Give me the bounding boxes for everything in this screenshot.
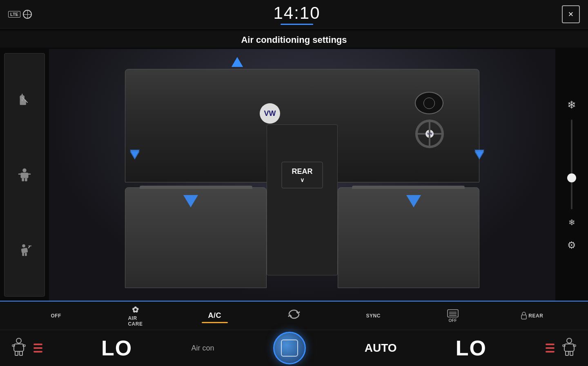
center-ac-button[interactable] [273,332,306,364]
left-seat-heat-icon[interactable] [8,337,29,359]
steering-wheel-badge: VW [425,130,434,138]
fan-speed-knob[interactable] [567,173,576,182]
mode-ac-button[interactable]: A/C [198,310,231,322]
svg-rect-30 [564,344,574,351]
mode-off-label: OFF [51,313,61,319]
aircon-label: Air con [191,344,214,353]
svg-rect-13 [21,248,28,253]
svg-rect-8 [22,178,24,181]
svg-rect-26 [20,351,22,355]
svg-rect-22 [521,315,526,319]
auto-label: AUTO [365,342,397,355]
bottom-row: LO Air con AUTO LO [0,330,588,366]
heat-off-label: OFF [449,318,457,323]
fan-high-icon: ❄ [567,99,576,111]
mode-off-button[interactable]: OFF [40,311,72,320]
svg-point-23 [16,338,21,343]
main-content: VW VW [0,49,588,301]
controls-bar: OFF ✿ AIRCARE A/C SYNC [0,301,588,366]
svg-rect-31 [566,351,568,355]
top-bar: LTE 14:10 × [0,0,588,29]
recirculate-icon [287,308,301,323]
seat-icon-child[interactable] [14,165,35,185]
right-temp[interactable]: LO [456,336,487,360]
rear-chevron: ∨ [292,176,312,183]
center-ac-inner [281,339,298,357]
center-console [267,124,338,275]
lte-indicator: LTE [8,10,32,19]
fan-speed-track [571,120,572,209]
mode-sync-label: SYNC [366,313,381,319]
svg-rect-25 [15,351,18,355]
svg-rect-32 [570,351,573,355]
left-temp[interactable]: LO [101,336,132,360]
mode-rear-label: REAR [528,313,543,319]
lte-label: LTE [8,11,20,18]
svg-rect-7 [21,173,29,178]
rear-button[interactable]: REAR ∨ [281,162,323,188]
svg-rect-9 [25,178,27,181]
instrument-cluster [415,92,443,114]
mode-sync-button[interactable]: SYNC [357,311,390,320]
close-button[interactable]: × [562,5,580,23]
svg-rect-18 [448,310,458,317]
rear-button-label: REAR [292,167,312,175]
car-interior: VW VW [49,49,555,301]
svg-rect-24 [14,344,24,351]
steering-wheel: VW [415,120,444,148]
svg-line-16 [29,246,30,248]
aircare-icon: ✿ [132,305,139,315]
globe-icon [23,10,32,19]
svg-rect-15 [25,253,27,256]
settings-icon[interactable]: ⚙ [567,240,576,251]
left-heat-bars [33,344,42,353]
mode-rear-lock-button[interactable]: REAR [516,310,548,322]
time-display: 14:10 [273,3,320,23]
seat-icon-belt[interactable] [14,89,35,110]
svg-rect-11 [28,173,31,175]
left-panel [4,53,45,297]
mode-aircare-button[interactable]: ✿ AIRCARE [119,303,151,328]
time-underline [281,24,313,25]
mode-ac-label: A/C [208,311,221,320]
svg-point-29 [567,338,572,343]
right-seat-heat-icon[interactable] [559,337,580,359]
seat-icon-recline[interactable] [14,240,35,261]
mode-recirculate-button[interactable] [278,307,310,324]
svg-rect-14 [22,253,24,256]
mode-rear-heat-button[interactable]: OFF [437,307,469,324]
page-title: Air conditioning settings [0,31,588,48]
fan-low-icon: ❄ [568,217,575,227]
svg-rect-10 [18,173,22,175]
right-heat-bars [546,344,555,353]
svg-point-12 [22,244,25,247]
ac-modes-row: OFF ✿ AIRCARE A/C SYNC [0,302,588,330]
right-panel: ❄ ❄ ⚙ [555,49,588,301]
svg-point-6 [22,168,27,172]
vw-dashboard-logo: VW [260,103,280,124]
mode-aircare-label: AIRCARE [128,315,143,327]
